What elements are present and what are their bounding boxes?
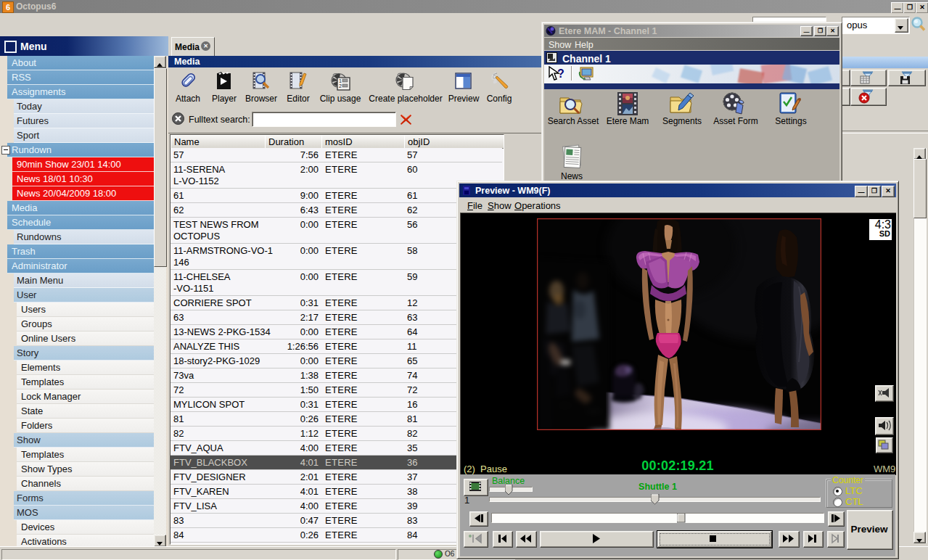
svg-text:1: 1	[339, 78, 342, 83]
svg-text:?: ?	[557, 67, 564, 80]
svg-text:2: 2	[339, 83, 342, 88]
